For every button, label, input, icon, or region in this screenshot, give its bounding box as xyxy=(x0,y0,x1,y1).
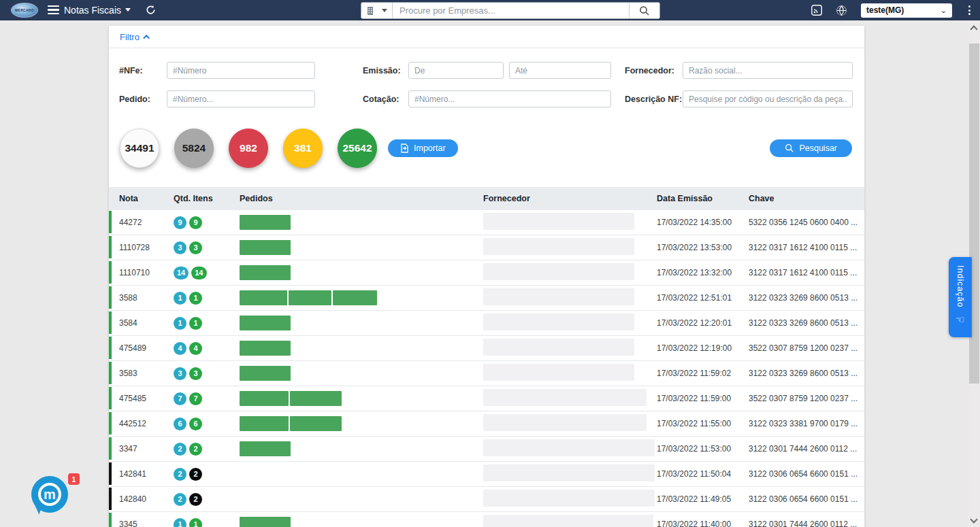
table-row[interactable]: 3584 1 1 17/03/2022 12:20:01 3122 0323 3… xyxy=(109,311,864,336)
counter-value: 34491 xyxy=(125,142,154,154)
pedidos-cell xyxy=(240,240,483,255)
row-status-stripe xyxy=(109,412,112,435)
importar-button-label: Importar xyxy=(414,143,446,153)
pedido-block[interactable] xyxy=(240,316,291,330)
row-status-stripe xyxy=(109,437,112,460)
pedidos-cell xyxy=(240,366,483,381)
scroll-down-arrow-icon[interactable] xyxy=(970,515,977,523)
pedido-block[interactable] xyxy=(240,517,291,527)
pedido-block[interactable] xyxy=(240,391,289,406)
col-header-qtd-itens: Qtd. Itens xyxy=(174,194,240,203)
row-status-stripe xyxy=(109,488,112,510)
pesquisar-button[interactable]: Pesquisar xyxy=(770,139,852,157)
search-submit-button[interactable] xyxy=(629,3,659,18)
data-emissao-value: 17/03/2022 12:20:01 xyxy=(657,318,749,328)
pedidos-cell xyxy=(240,265,483,280)
pedido-block[interactable] xyxy=(290,416,342,431)
pedido-block[interactable] xyxy=(289,290,331,305)
fornecedor-redacted-value xyxy=(483,288,634,305)
pedido-block[interactable] xyxy=(240,215,291,230)
pedido-block[interactable] xyxy=(240,416,289,431)
nota-value: 142840 xyxy=(119,494,146,504)
fornecedor-label: Fornecedor: xyxy=(625,66,683,75)
emissao-ate-input[interactable] xyxy=(509,62,611,79)
counter-circle[interactable]: 34491 xyxy=(120,129,159,168)
scroll-up-arrow-icon[interactable] xyxy=(970,25,977,33)
table-row[interactable]: 142840 2 2 17/03/2022 11:49:05 3122 0306… xyxy=(109,487,864,512)
importar-button[interactable]: Importar xyxy=(388,139,458,157)
pedido-block[interactable] xyxy=(240,366,291,381)
qtd-itens-badge: 3 xyxy=(174,367,186,380)
data-emissao-value: 17/03/2022 12:19:00 xyxy=(657,343,749,353)
chave-value: 3122 0301 7444 2600 0112 ... xyxy=(749,520,864,527)
row-status-stripe xyxy=(109,387,112,409)
table-row[interactable]: 3583 3 3 17/03/2022 11:59:02 3122 0323 3… xyxy=(109,361,864,386)
pedido-block[interactable] xyxy=(240,341,291,356)
import-file-icon xyxy=(400,143,409,153)
counter-circle[interactable]: 5824 xyxy=(174,129,214,168)
search-scope-dropdown[interactable] xyxy=(361,3,393,18)
table-row[interactable]: 3588 1 1 17/03/2022 12:51:01 3122 0323 3… xyxy=(109,286,864,311)
filter-toggle[interactable]: Filtro xyxy=(120,32,150,42)
qtd-itens-badge: 1 xyxy=(174,317,186,330)
nfe-input[interactable] xyxy=(167,62,315,79)
refresh-button[interactable] xyxy=(146,5,156,15)
pedido-input[interactable] xyxy=(167,90,315,107)
app-logo[interactable]: MERCADO xyxy=(11,3,38,18)
feed-button[interactable] xyxy=(811,5,822,16)
counter-circle[interactable]: 25642 xyxy=(338,129,377,168)
pedido-block[interactable] xyxy=(240,265,291,280)
chave-value: 5322 0356 1245 0600 0400 ... xyxy=(749,218,864,227)
table-row[interactable]: 475485 7 7 17/03/2022 11:59:00 3522 0307… xyxy=(109,386,864,411)
table-row[interactable]: 1110728 3 3 17/03/2022 13:53:00 3122 031… xyxy=(109,235,864,260)
table-row[interactable]: 442512 6 6 17/03/2022 11:55:00 3122 0323… xyxy=(109,411,864,437)
indicacao-side-tab[interactable]: Indicação ☞ xyxy=(949,257,972,337)
row-status-stripe xyxy=(109,311,112,334)
table-row[interactable]: 475489 4 4 17/03/2022 12:19:00 3522 0307… xyxy=(109,336,864,361)
qtd-ok-badge: 6 xyxy=(189,418,202,430)
qtd-itens-badge: 7 xyxy=(174,392,186,405)
language-button[interactable] xyxy=(836,5,847,16)
counter-circle[interactable]: 982 xyxy=(229,129,268,168)
pedido-block[interactable] xyxy=(240,290,287,305)
cotacao-input[interactable] xyxy=(408,90,611,107)
table-row[interactable]: 3347 2 2 17/03/2022 11:53:00 3122 0301 7… xyxy=(109,437,864,462)
counter-circle[interactable]: 381 xyxy=(283,129,323,168)
pedido-block[interactable] xyxy=(333,290,377,305)
pedidos-cell xyxy=(240,441,483,456)
pedido-block[interactable] xyxy=(290,391,342,406)
fornecedor-input[interactable] xyxy=(683,62,853,79)
pedido-block[interactable] xyxy=(240,240,291,255)
row-status-stripe xyxy=(109,337,112,359)
descricao-nf-label: Descrição NF: xyxy=(625,95,683,104)
nota-value: 142841 xyxy=(119,469,146,479)
chevron-down-icon xyxy=(382,9,387,12)
qtd-itens-badge: 1 xyxy=(174,292,186,305)
globe-icon xyxy=(836,5,847,16)
table-row[interactable]: 1110710 14 14 17/03/2022 13:32:00 3122 0… xyxy=(109,260,864,286)
pedido-block[interactable] xyxy=(240,441,291,456)
main-content-card: Filtro #NFe: Emissão: Fornecedor: Pedido… xyxy=(109,26,864,527)
hamburger-menu-icon[interactable] xyxy=(48,5,59,14)
filter-header: Filtro xyxy=(109,26,864,48)
qtd-ok-badge: 1 xyxy=(189,317,202,330)
table-row[interactable]: 142841 2 2 17/03/2022 11:50:04 3122 0306… xyxy=(109,462,864,487)
table-row[interactable]: 44272 9 9 17/03/2022 14:35:00 5322 0356 … xyxy=(109,210,864,235)
chat-widget-button[interactable]: m 1 xyxy=(31,476,68,513)
company-search-input[interactable] xyxy=(393,3,629,18)
fornecedor-redacted-value xyxy=(483,213,634,230)
qtd-ok-badge: 9 xyxy=(189,216,202,229)
nota-value: 3584 xyxy=(119,318,137,328)
emissao-de-input[interactable] xyxy=(408,62,504,79)
more-options-button[interactable] xyxy=(966,5,973,15)
nav-module-dropdown[interactable]: Notas Fiscais xyxy=(64,5,131,16)
table-row[interactable]: 3345 1 1 17/03/2022 11:40:00 3122 0301 7… xyxy=(109,512,864,527)
qtd-ok-badge: 3 xyxy=(189,367,202,380)
descricao-nf-input[interactable] xyxy=(683,90,853,107)
qtd-ok-badge: 14 xyxy=(191,267,206,279)
fornecedor-redacted-value xyxy=(483,439,655,456)
fornecedor-redacted-value xyxy=(483,364,634,381)
company-select[interactable]: teste(MG) ⌄ xyxy=(861,3,952,18)
chave-value: 3122 0301 7444 2600 0112 ... xyxy=(749,444,864,454)
chave-value: 3122 0317 1612 4100 0115 ... xyxy=(749,243,864,252)
